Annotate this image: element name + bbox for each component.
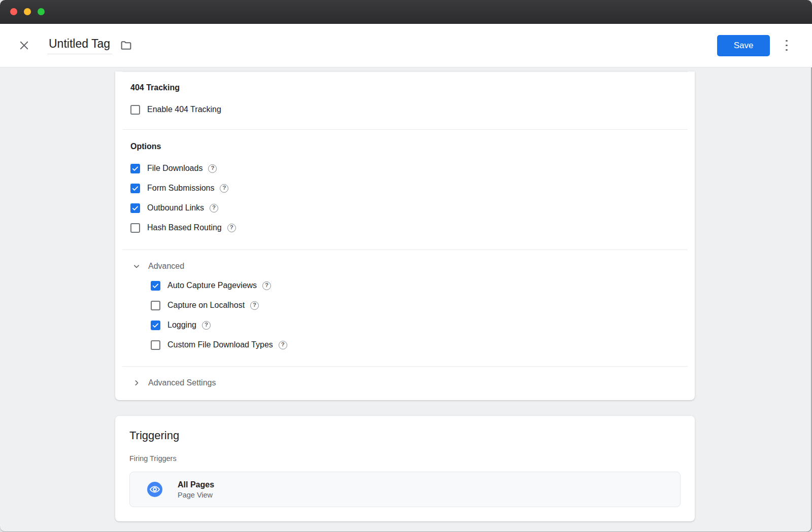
checkbox-row-capture-on-localhost: Capture on Localhost [151, 299, 680, 311]
checkbox-label: Logging [167, 321, 196, 330]
help-icon[interactable] [227, 224, 236, 232]
folder-icon[interactable] [119, 39, 133, 53]
titlebar [0, 0, 812, 24]
checkbox-custom-file-download-types[interactable] [151, 340, 160, 350]
checkbox-auto-capture-pageviews[interactable] [151, 281, 160, 291]
section-heading-options: Options [130, 142, 680, 151]
help-icon[interactable] [250, 301, 259, 310]
checkbox-label: Hash Based Routing [147, 223, 222, 232]
main-content: 404 Tracking Enable 404 Tracking Options… [0, 67, 812, 532]
help-icon[interactable] [208, 164, 217, 173]
checkbox-label: Auto Capture Pageviews [167, 281, 257, 290]
triggering-card: Triggering Firing Triggers All Pages Pag… [115, 416, 695, 521]
advanced-settings-toggle[interactable]: Advanced Settings [130, 377, 680, 389]
tag-configuration-card: 404 Tracking Enable 404 Tracking Options… [115, 72, 695, 400]
kebab-menu-icon[interactable] [780, 39, 794, 53]
checkmark-icon [131, 165, 139, 172]
checkbox-label: File Downloads [147, 164, 202, 173]
editor-header: Untitled Tag Save [0, 24, 812, 67]
close-icon-glyph [18, 40, 30, 51]
close-icon[interactable] [17, 39, 31, 53]
section-advanced: Advanced Auto Capture Pageviews [115, 250, 695, 366]
chevron-down-icon [130, 260, 143, 272]
checkbox-row-file-downloads: File Downloads [130, 162, 680, 174]
advanced-toggle[interactable]: Advanced [130, 260, 680, 272]
chevron-right-icon [130, 377, 143, 389]
checkbox-row-auto-capture-pageviews: Auto Capture Pageviews [151, 279, 680, 292]
help-icon[interactable] [202, 321, 211, 330]
checkbox-enable-404-tracking[interactable] [130, 105, 140, 115]
folder-icon-glyph [120, 39, 132, 52]
trigger-text: All Pages Page View [178, 480, 214, 499]
trigger-row-all-pages[interactable]: All Pages Page View [129, 472, 681, 507]
checkbox-label: Outbound Links [147, 203, 204, 212]
trigger-name: All Pages [178, 480, 214, 489]
help-icon[interactable] [279, 341, 287, 349]
checkbox-row-hash-based-routing: Hash Based Routing [130, 222, 680, 234]
window-minimize-button[interactable] [24, 8, 31, 15]
checkbox-row-enable-404: Enable 404 Tracking [130, 103, 680, 116]
section-options: Options File Downloads Form Submissions [115, 130, 695, 250]
checkbox-form-submissions[interactable] [130, 184, 140, 193]
trigger-type: Page View [178, 491, 214, 499]
checkbox-row-form-submissions: Form Submissions [130, 182, 680, 194]
app-window: Untitled Tag Save 404 Tracking Enable 40… [0, 0, 812, 532]
checkbox-file-downloads[interactable] [130, 164, 140, 173]
window-close-button[interactable] [10, 8, 17, 15]
help-icon[interactable] [220, 184, 228, 193]
advanced-label: Advanced [148, 262, 184, 271]
checkbox-outbound-links[interactable] [130, 203, 140, 213]
tag-name-input[interactable]: Untitled Tag [47, 37, 112, 54]
advanced-settings-label: Advanced Settings [148, 378, 216, 387]
checkbox-label: Capture on Localhost [167, 301, 245, 310]
section-404-tracking: 404 Tracking Enable 404 Tracking [115, 72, 695, 129]
checkbox-label: Custom File Download Types [167, 340, 273, 349]
page-view-eye-icon [147, 482, 162, 497]
checkbox-row-logging: Logging [151, 319, 680, 331]
checkbox-logging[interactable] [151, 321, 160, 330]
help-icon[interactable] [262, 281, 271, 290]
kebab-dot [786, 40, 788, 42]
advanced-options-list: Auto Capture Pageviews Capture on Localh… [151, 279, 680, 351]
window-zoom-button[interactable] [38, 8, 45, 15]
firing-triggers-label: Firing Triggers [129, 454, 681, 463]
section-advanced-settings: Advanced Settings [115, 367, 695, 400]
help-icon[interactable] [210, 204, 218, 212]
checkbox-hash-based-routing[interactable] [130, 223, 140, 233]
section-heading-404: 404 Tracking [130, 83, 680, 92]
checkmark-icon [131, 185, 139, 192]
triggering-heading: Triggering [129, 429, 681, 442]
checkbox-capture-on-localhost[interactable] [151, 301, 160, 310]
checkmark-icon [152, 282, 159, 290]
checkbox-label: Enable 404 Tracking [147, 105, 221, 114]
checkbox-row-outbound-links: Outbound Links [130, 202, 680, 214]
checkmark-icon [131, 204, 139, 212]
kebab-dot [786, 49, 788, 51]
checkbox-label: Form Submissions [147, 184, 214, 193]
checkbox-row-custom-file-download-types: Custom File Download Types [151, 339, 680, 351]
kebab-dot [786, 45, 788, 46]
save-button[interactable]: Save [717, 35, 770, 56]
checkmark-icon [152, 322, 159, 329]
